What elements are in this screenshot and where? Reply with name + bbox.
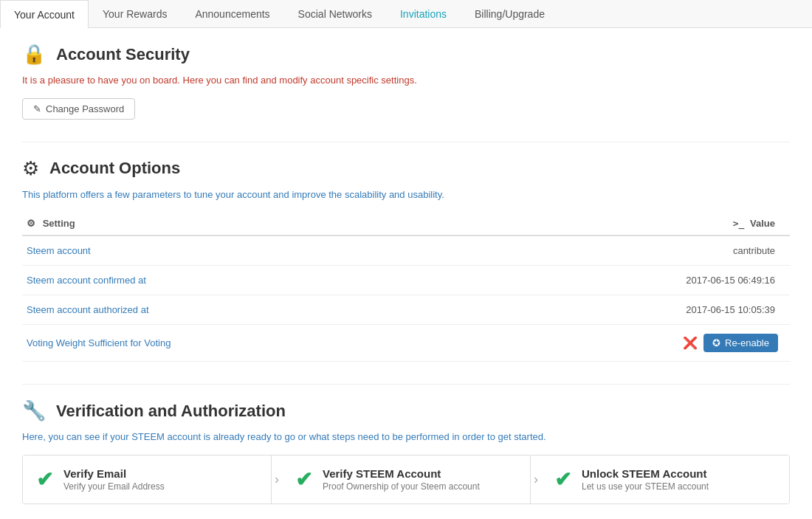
verification-header: 🔧 Verification and Authorization [22,399,790,422]
change-password-label: Change Password [46,103,124,114]
change-password-button[interactable]: ✎ Change Password [22,98,135,120]
account-options-title: Account Options [49,159,180,178]
verify-steem-title: Verify STEEM Account [323,467,480,480]
verify-email-check: ✔ [36,467,53,492]
divider-2 [22,384,790,385]
tab-your-account[interactable]: Your Account [0,0,89,28]
verify-steem-check: ✔ [295,467,312,492]
value-voting-weight: ❌ ✪ Re-enable [467,325,790,362]
verify-email-text: Verify Email Verify your Email Address [63,467,165,492]
tab-announcements[interactable]: Announcements [181,0,283,27]
tab-your-rewards[interactable]: Your Rewards [89,0,181,27]
account-options-description: This platform offers a few parameters to… [22,188,790,202]
tab-invitations[interactable]: Invitations [386,0,461,27]
verification-description: Here, you can see if your STEEM account … [22,430,790,444]
verify-email-subtitle: Verify your Email Address [63,481,165,492]
verification-steps: ✔ Verify Email Verify your Email Address… [22,455,790,504]
arrow-2: › [531,472,541,487]
divider-1 [22,142,790,142]
account-options-section: ⚙ Account Options This platform offers a… [22,157,790,362]
account-security-section: 🔒 Account Security It is a pleasure to h… [22,43,790,120]
unlock-steem-check: ✔ [554,467,571,492]
setting-col-icon: ⚙ [27,218,35,229]
gear-icon: ⚙ [22,157,39,180]
re-enable-button[interactable]: ✪ Re-enable [703,334,778,352]
unlock-steem-subtitle: Let us use your STEEM account [582,481,709,492]
value-authorized-at: 2017-06-15 10:05:39 [467,295,790,325]
edit-icon: ✎ [33,103,41,114]
tab-billing-upgrade[interactable]: Billing/Upgrade [461,0,559,27]
re-enable-label: Re-enable [725,337,769,348]
account-options-header: ⚙ Account Options [22,157,790,180]
verify-steem-box: ✔ Verify STEEM Account Proof Ownership o… [282,456,531,503]
account-security-description: It is a pleasure to have you on board. H… [22,73,790,88]
col-header-value: >_ Value [467,212,790,236]
unlock-steem-text: Unlock STEEM Account Let us use your STE… [582,467,709,492]
re-enable-icon: ✪ [712,337,720,348]
tab-bar: Your Account Your Rewards Announcements … [0,0,812,28]
value-confirmed-at: 2017-06-15 06:49:16 [467,266,790,295]
verify-email-box: ✔ Verify Email Verify your Email Address [23,456,272,503]
verify-steem-text: Verify STEEM Account Proof Ownership of … [323,467,480,492]
table-row: Steem account cantribute [22,236,790,266]
value-col-icon: >_ [733,218,745,229]
setting-authorized-at: Steem account authorized at [22,295,467,325]
verification-title: Verification and Authorization [56,402,286,421]
setting-steem-account: Steem account [22,236,467,266]
error-icon: ❌ [683,336,698,350]
tab-social-networks[interactable]: Social Networks [284,0,386,27]
table-row: Steem account confirmed at 2017-06-15 06… [22,266,790,295]
main-content: 🔒 Account Security It is a pleasure to h… [0,28,812,519]
value-steem-account: cantribute [467,236,790,266]
unlock-steem-title: Unlock STEEM Account [582,467,709,480]
account-security-header: 🔒 Account Security [22,43,790,66]
col-header-setting: ⚙ Setting [22,212,467,236]
setting-confirmed-at: Steem account confirmed at [22,266,467,295]
table-row: Steem account authorized at 2017-06-15 1… [22,295,790,325]
unlock-steem-box: ✔ Unlock STEEM Account Let us use your S… [541,456,789,503]
settings-table: ⚙ Setting >_ Value Steem account cantrib… [22,212,790,362]
arrow-1: › [272,472,282,487]
lock-icon: 🔒 [22,43,46,66]
verify-steem-subtitle: Proof Ownership of your Steem account [323,481,480,492]
verification-section: 🔧 Verification and Authorization Here, y… [22,399,790,504]
verify-email-title: Verify Email [63,467,165,480]
wrench-icon: 🔧 [22,399,46,422]
account-security-title: Account Security [56,45,190,64]
setting-voting-weight: Voting Weight Sufficient for Voting [22,325,467,362]
table-row: Voting Weight Sufficient for Voting ❌ ✪ … [22,325,790,362]
